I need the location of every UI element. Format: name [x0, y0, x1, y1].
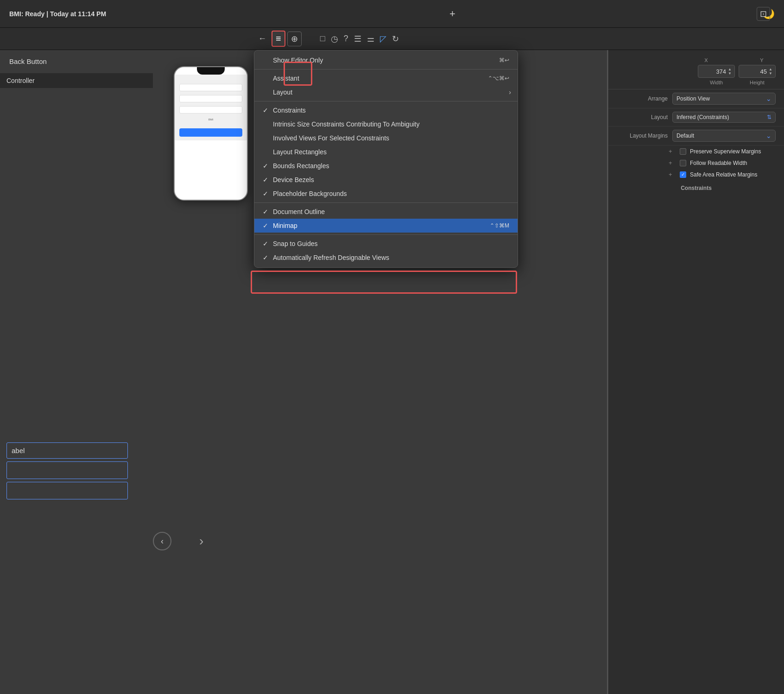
dropdown-assistant[interactable]: Assistant ⌃⌥⌘↩	[254, 71, 518, 85]
layout-margins-value: Default	[677, 132, 694, 139]
preserve-superview-checkbox[interactable]	[680, 148, 686, 155]
add-editor-button[interactable]: ⊕	[287, 32, 302, 46]
width-label: Width	[698, 80, 735, 85]
layout-rects-label: Layout Rectangles	[273, 148, 327, 156]
safe-area-row: + Safe Area Relative Margins	[608, 169, 784, 180]
triangle-icon[interactable]: ◸	[380, 34, 386, 44]
dropdown-device-bezels[interactable]: ✓ Device Bezels	[254, 173, 518, 187]
menu-button[interactable]: ≡	[272, 31, 285, 47]
nav-arrows: ‹ ›	[153, 532, 203, 550]
snap-label: Snap to Guides	[273, 240, 318, 247]
file-icon[interactable]: □	[320, 34, 325, 44]
phone-button	[179, 128, 242, 137]
question-icon[interactable]: ?	[344, 34, 348, 44]
list-icon[interactable]: ☰	[354, 34, 361, 44]
clock-icon[interactable]: ◷	[331, 34, 338, 44]
intrinsic-label: Intrinsic Size Constraints Contributing …	[273, 120, 419, 128]
label-box: abel	[0, 442, 134, 499]
dropdown-separator-1	[254, 69, 518, 69]
x-step-down[interactable]: ▼	[728, 71, 732, 76]
preserve-plus-icon: +	[669, 148, 676, 155]
nav-forward-arrow[interactable]: ›	[199, 534, 203, 549]
phone-field-3	[179, 106, 242, 114]
app-title: BMI: Ready | Today at 11:14 PM	[9, 10, 106, 18]
dropdown-snap-guides[interactable]: ✓ Snap to Guides	[254, 237, 518, 251]
label-input-abel[interactable]: abel	[6, 442, 128, 459]
separator-line	[607, 50, 608, 694]
preserve-superview-label: Preserve Superview Margins	[690, 148, 761, 155]
xywh-section: X Y 374 ▲ ▼ 45 ▲ ▼	[608, 50, 784, 89]
x-label: X	[692, 57, 720, 63]
involved-label: Involved Views For Selected Constraints	[273, 134, 389, 142]
dropdown-menu: Show Editor Only ⌘↩ Assistant ⌃⌥⌘↩ Layou…	[254, 50, 518, 268]
safe-area-checkbox[interactable]	[680, 171, 686, 178]
auto-refresh-label: Automatically Refresh Designable Views	[273, 254, 389, 261]
layout-margins-row: Layout Margins Default ⌄	[608, 126, 784, 145]
layout-select[interactable]: Inferred (Constraints) ⇅	[672, 112, 776, 123]
bezels-check: ✓	[263, 176, 271, 183]
phone-mockup: BMI	[174, 66, 248, 201]
dropdown-show-editor[interactable]: Show Editor Only ⌘↩	[254, 53, 518, 67]
dropdown-layout-rects[interactable]: Layout Rectangles	[254, 145, 518, 159]
y-label: Y	[748, 57, 776, 63]
dropdown-constraints[interactable]: ✓ Constraints	[254, 103, 518, 117]
arrange-row: Arrange Position View ⌄	[608, 89, 784, 108]
arrange-select[interactable]: Position View ⌄	[672, 93, 776, 105]
x-stepper[interactable]: ▲ ▼	[728, 67, 732, 76]
label-input-empty-2[interactable]	[6, 482, 128, 499]
dropdown-document-outline[interactable]: ✓ Document Outline	[254, 205, 518, 219]
arrange-chevron: ⌄	[766, 95, 771, 102]
dropdown-minimap[interactable]: ✓ Minimap ⌃⇧⌘M	[254, 219, 518, 233]
layout-margins-chevron: ⌄	[766, 132, 771, 139]
arrange-value: Position View	[677, 95, 710, 102]
doc-outline-check: ✓	[263, 208, 271, 215]
label-input-empty-1[interactable]	[6, 461, 128, 479]
back-button[interactable]: ←	[255, 32, 270, 45]
phone-field-1	[179, 84, 242, 91]
layout-chevron: ⇅	[767, 114, 771, 120]
x-input-group[interactable]: 374 ▲ ▼	[698, 65, 735, 78]
split-view-button[interactable]: ⊡	[757, 7, 770, 21]
preserve-superview-row: + Preserve Superview Margins	[608, 145, 784, 157]
layout-margins-select[interactable]: Default ⌄	[672, 130, 776, 142]
follow-readable-row: + Follow Readable Width	[608, 157, 784, 169]
layout-arrow: ›	[509, 88, 511, 96]
xy-inputs: 374 ▲ ▼ 45 ▲ ▼	[617, 65, 776, 78]
safe-area-label: Safe Area Relative Margins	[690, 171, 757, 178]
dropdown-placeholder-bg[interactable]: ✓ Placeholder Backgrounds	[254, 187, 518, 201]
layout-label: Layout	[273, 88, 292, 96]
placeholder-label: Placeholder Backgrounds	[273, 190, 347, 197]
minimap-check: ✓	[263, 222, 271, 229]
follow-readable-checkbox[interactable]	[680, 160, 686, 166]
dropdown-bounds-rects[interactable]: ✓ Bounds Rectangles	[254, 159, 518, 173]
bezels-label: Device Bezels	[273, 176, 314, 183]
phone-screen: BMI	[175, 75, 247, 140]
top-bar: BMI: Ready | Today at 11:14 PM 🌙 + ⊡	[0, 0, 784, 28]
phone-small-text: BMI	[179, 118, 242, 121]
follow-readable-plus-icon: +	[669, 159, 676, 166]
y-step-down[interactable]: ▼	[769, 71, 772, 76]
minimap-label: Minimap	[273, 222, 297, 229]
dropdown-layout[interactable]: Layout ›	[254, 85, 518, 99]
show-editor-shortcut: ⌘↩	[499, 57, 509, 63]
back-button-label: Back Button	[9, 57, 47, 65]
right-panel: X Y 374 ▲ ▼ 45 ▲ ▼	[608, 50, 784, 694]
layout-margins-label: Layout Margins	[617, 132, 668, 139]
y-step-up[interactable]: ▲	[769, 67, 772, 71]
assistant-label: Assistant	[273, 75, 299, 82]
y-stepper[interactable]: ▲ ▼	[769, 67, 772, 76]
dropdown-auto-refresh[interactable]: ✓ Automatically Refresh Designable Views	[254, 251, 518, 265]
sliders-icon[interactable]: ⚌	[367, 34, 374, 44]
snap-check: ✓	[263, 240, 271, 247]
x-step-up[interactable]: ▲	[728, 67, 732, 71]
dropdown-separator-4	[254, 234, 518, 235]
add-button[interactable]: +	[449, 8, 455, 20]
bounds-check: ✓	[263, 162, 271, 170]
refresh-icon[interactable]: ↻	[392, 34, 399, 44]
nav-back-circle[interactable]: ‹	[153, 532, 171, 550]
dropdown-intrinsic[interactable]: Intrinsic Size Constraints Contributing …	[254, 117, 518, 131]
y-input-group[interactable]: 45 ▲ ▼	[739, 65, 776, 78]
x-value: 374	[701, 68, 726, 75]
dropdown-involved-views[interactable]: Involved Views For Selected Constraints	[254, 131, 518, 145]
controller-bar: Controller	[0, 73, 153, 88]
